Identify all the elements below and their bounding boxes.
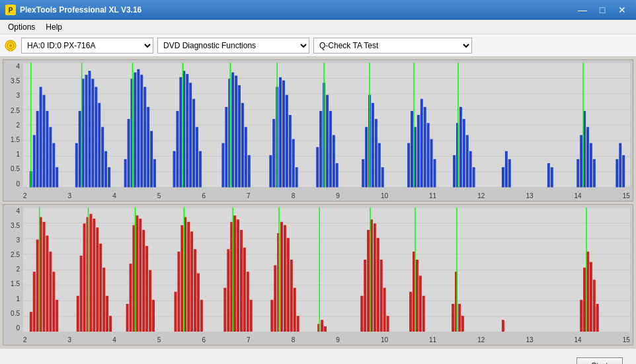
svg-rect-122 [616, 159, 618, 188]
svg-rect-180 [233, 215, 236, 332]
svg-rect-36 [128, 119, 130, 187]
svg-rect-50 [186, 74, 188, 187]
start-button[interactable]: Start [576, 357, 623, 365]
svg-rect-20 [52, 143, 55, 188]
svg-rect-14 [33, 135, 36, 187]
svg-rect-150 [93, 219, 95, 332]
svg-rect-209 [387, 316, 389, 332]
svg-rect-89 [378, 143, 381, 188]
svg-rect-100 [434, 159, 436, 188]
svg-rect-110 [502, 167, 504, 187]
svg-rect-16 [40, 87, 42, 187]
svg-rect-74 [296, 167, 298, 187]
svg-rect-51 [189, 83, 192, 187]
svg-rect-17 [43, 95, 46, 188]
svg-rect-79 [326, 95, 329, 188]
top-chart-x-axis: 2 3 4 5 6 7 8 9 10 11 12 13 14 15 [23, 192, 630, 200]
svg-rect-175 [200, 299, 203, 332]
svg-rect-184 [247, 272, 249, 332]
bottom-chart-x-axis: 2 3 4 5 6 7 8 9 10 11 12 13 14 15 [23, 336, 630, 344]
minimize-button[interactable]: — [574, 3, 591, 17]
svg-rect-214 [419, 275, 422, 332]
svg-rect-73 [292, 139, 295, 188]
top-chart: 4 3.5 3 2.5 2 1.5 1 0.5 0 [3, 59, 633, 201]
svg-rect-208 [383, 287, 386, 332]
svg-rect-18 [46, 111, 48, 188]
svg-rect-46 [173, 151, 176, 188]
svg-rect-228 [596, 303, 599, 332]
svg-rect-123 [619, 143, 621, 188]
svg-rect-82 [336, 163, 338, 187]
svg-rect-185 [250, 299, 253, 332]
menu-options[interactable]: Options [3, 21, 40, 33]
bottom-panel: Jitter: 3 Peak Shift: [0, 348, 636, 364]
svg-rect-183 [243, 247, 246, 332]
svg-rect-80 [329, 111, 332, 188]
svg-rect-29 [95, 87, 97, 187]
svg-rect-62 [241, 103, 244, 188]
menu-help[interactable]: Help [40, 21, 67, 33]
svg-rect-198 [321, 320, 323, 332]
svg-rect-163 [145, 246, 148, 332]
svg-rect-15 [36, 111, 39, 188]
svg-rect-61 [238, 85, 241, 187]
svg-rect-169 [180, 225, 183, 332]
maximize-button[interactable]: □ [594, 3, 611, 17]
svg-rect-90 [381, 167, 384, 187]
svg-rect-177 [223, 287, 226, 332]
close-button[interactable]: ✕ [614, 3, 631, 17]
svg-rect-67 [272, 119, 275, 187]
toolbar: HA:0 ID:0 PX-716A DVD Diagnostic Functio… [0, 34, 636, 57]
svg-rect-124 [622, 155, 625, 188]
svg-rect-28 [91, 79, 94, 187]
svg-rect-116 [580, 135, 582, 187]
svg-rect-32 [104, 151, 107, 188]
svg-rect-96 [420, 99, 423, 188]
svg-rect-168 [177, 251, 180, 332]
svg-rect-187 [270, 299, 273, 332]
svg-rect-190 [280, 221, 283, 332]
svg-rect-57 [225, 107, 227, 188]
svg-rect-70 [282, 81, 285, 188]
svg-rect-76 [316, 147, 319, 188]
device-selector[interactable]: HA:0 ID:0 PX-716A [21, 38, 153, 54]
function-selector[interactable]: DVD Diagnostic Functions [157, 38, 309, 54]
bottom-chart: 4 3.5 3 2.5 2 1.5 1 0.5 0 [3, 204, 633, 346]
svg-rect-42 [147, 107, 149, 188]
svg-rect-202 [364, 260, 366, 332]
svg-rect-135 [30, 312, 32, 332]
svg-rect-47 [176, 111, 179, 188]
svg-rect-99 [430, 139, 433, 188]
svg-rect-139 [43, 221, 46, 332]
svg-rect-92 [407, 143, 410, 188]
svg-rect-106 [466, 135, 469, 187]
svg-rect-194 [294, 287, 296, 332]
svg-rect-108 [473, 167, 475, 187]
svg-rect-193 [290, 260, 293, 332]
svg-rect-54 [199, 151, 202, 188]
svg-rect-38 [134, 73, 136, 188]
svg-rect-201 [360, 295, 363, 332]
test-selector[interactable]: Q-Check TA Test [313, 38, 472, 54]
svg-rect-23 [75, 143, 78, 188]
svg-rect-63 [245, 127, 247, 187]
svg-rect-43 [150, 131, 153, 187]
bottom-chart-y-axis: 4 3.5 3 2.5 2 1.5 1 0.5 0 [3, 207, 22, 332]
svg-rect-199 [324, 326, 327, 332]
svg-rect-162 [142, 230, 145, 332]
svg-rect-171 [187, 221, 190, 332]
svg-rect-64 [248, 155, 251, 188]
bottom-chart-svg [23, 207, 630, 332]
svg-rect-195 [297, 316, 299, 332]
svg-rect-137 [36, 239, 39, 332]
svg-rect-40 [140, 75, 143, 187]
svg-rect-157 [126, 303, 129, 332]
svg-rect-71 [286, 95, 288, 188]
svg-rect-112 [508, 159, 511, 188]
svg-rect-152 [99, 243, 102, 332]
svg-rect-215 [422, 295, 425, 332]
top-chart-svg [23, 63, 630, 188]
svg-rect-160 [136, 215, 138, 332]
svg-rect-85 [365, 127, 368, 187]
svg-rect-59 [231, 73, 234, 188]
